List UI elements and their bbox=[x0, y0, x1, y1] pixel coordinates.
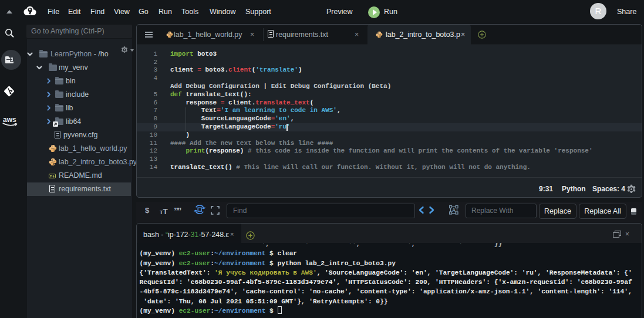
svg-text:A: A bbox=[452, 207, 456, 213]
